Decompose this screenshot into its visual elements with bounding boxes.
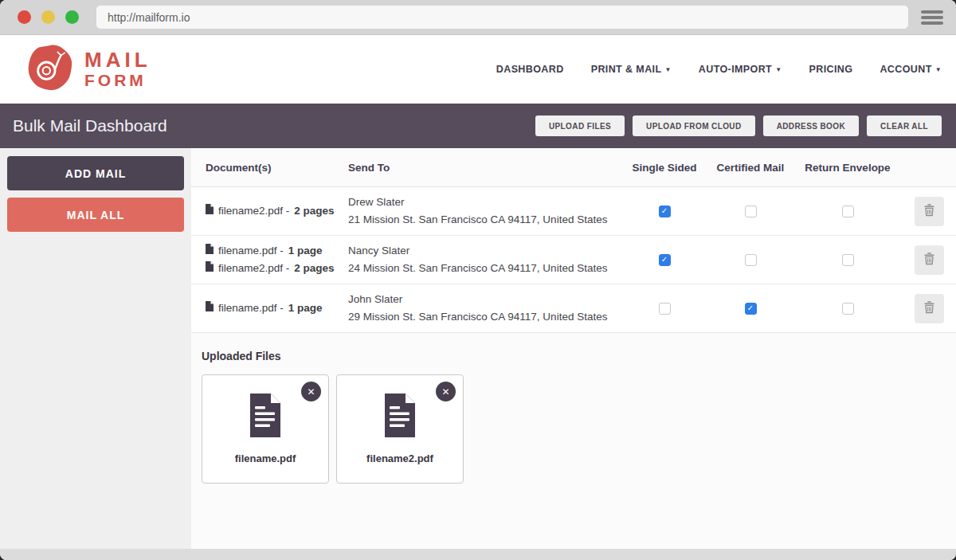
chevron-down-icon: ▼ <box>664 66 671 73</box>
upload-from-cloud-button[interactable]: UPLOAD FROM CLOUD <box>633 116 755 136</box>
logo-wordmark: MAIL FORM <box>84 49 151 88</box>
certified-mail-checkbox-cell <box>707 206 793 217</box>
column-return-envelope: Return Envelope <box>793 162 902 174</box>
column-single-sided: Single Sided <box>621 162 707 174</box>
file-icon <box>206 242 214 260</box>
certified-mail-checkbox[interactable]: ✓ <box>745 303 757 315</box>
close-window-button[interactable] <box>18 10 31 24</box>
uploaded-files-list: ✕filename.pdf✕filename2.pdf <box>202 374 956 484</box>
address-book-button[interactable]: ADDRESS BOOK <box>763 116 859 136</box>
document-entry: filename.pdf - 1 page <box>206 242 348 260</box>
single-sided-checkbox[interactable] <box>659 303 671 315</box>
file-icon <box>206 202 214 220</box>
column-certified-mail: Certified Mail <box>707 162 793 174</box>
table-body: filename2.pdf - 2 pagesDrew Slater21 Mis… <box>191 187 956 333</box>
uploaded-file-name: filename.pdf <box>235 452 296 464</box>
delete-row-button[interactable] <box>915 294 944 323</box>
document-entry: filename.pdf - 1 page <box>206 300 348 317</box>
file-icon <box>206 300 214 317</box>
send-to-cell: Nancy Slater24 Mission St. San Francisco… <box>348 242 621 276</box>
trash-icon <box>923 252 935 268</box>
return-envelope-checkbox-cell <box>793 206 902 217</box>
nav-item-auto-import[interactable]: AUTO-IMPORT▼ <box>699 64 782 75</box>
uploaded-files-title: Uploaded Files <box>202 350 956 362</box>
table-row: filename.pdf - 1 pagefilename2.pdf - 2 p… <box>191 236 956 284</box>
maximize-window-button[interactable] <box>65 10 79 24</box>
document-entry: filename2.pdf - 2 pages <box>206 202 348 220</box>
certified-mail-checkbox-cell <box>707 254 793 266</box>
content: Document(s) Send To Single Sided Certifi… <box>191 148 956 549</box>
address-bar[interactable]: http://mailform.io <box>96 6 908 29</box>
nav-item-account[interactable]: ACCOUNT▼ <box>880 64 942 75</box>
single-sided-checkbox-cell <box>621 303 707 315</box>
document-page-count: 1 page <box>288 300 323 317</box>
documents-cell: filename.pdf - 1 page <box>191 300 348 317</box>
window-controls <box>18 10 79 24</box>
document-page-count: 2 pages <box>294 202 334 220</box>
document-name: filename2.pdf - <box>218 260 289 277</box>
document-entry: filename2.pdf - 2 pages <box>206 260 348 277</box>
file-icon <box>206 260 214 277</box>
nav-item-print-mail[interactable]: PRINT & MAIL▼ <box>591 64 672 75</box>
certified-mail-checkbox-cell: ✓ <box>707 303 793 315</box>
uploaded-file-card: ✕filename.pdf <box>202 374 329 484</box>
single-sided-checkbox[interactable]: ✓ <box>659 254 671 266</box>
remove-file-button[interactable]: ✕ <box>436 382 456 401</box>
snail-logo-icon <box>28 44 72 95</box>
nav-item-pricing[interactable]: PRICING <box>809 64 852 75</box>
recipient-name: Drew Slater <box>348 194 621 211</box>
return-envelope-checkbox-cell <box>793 303 902 315</box>
trash-icon <box>923 203 935 219</box>
upload-files-button[interactable]: UPLOAD FILES <box>535 116 625 136</box>
document-name: filename.pdf - <box>218 300 284 317</box>
column-documents: Document(s) <box>191 162 348 174</box>
add-mail-button[interactable]: ADD MAIL <box>7 156 184 190</box>
nav-item-dashboard[interactable]: DASHBOARD <box>496 64 564 75</box>
single-sided-checkbox[interactable]: ✓ <box>659 206 671 217</box>
column-send-to: Send To <box>348 162 621 174</box>
send-to-cell: John Slater29 Mission St. San Francisco … <box>348 291 621 325</box>
return-envelope-checkbox[interactable] <box>842 206 854 217</box>
send-to-cell: Drew Slater21 Mission St. San Francisco … <box>348 194 621 228</box>
document-page-count: 2 pages <box>294 260 334 277</box>
window-footer <box>0 549 956 560</box>
trash-cell <box>902 294 956 323</box>
browser-chrome: http://mailform.io <box>0 0 956 35</box>
certified-mail-checkbox[interactable] <box>745 254 757 266</box>
minimize-window-button[interactable] <box>41 10 55 24</box>
recipient-address: 21 Mission St. San Francisco CA 94117, U… <box>348 211 621 229</box>
single-sided-checkbox-cell: ✓ <box>621 254 707 266</box>
mailform-logo[interactable]: MAIL FORM <box>28 44 151 95</box>
recipient-name: John Slater <box>348 291 621 308</box>
trash-icon <box>923 300 935 316</box>
main-layout: ADD MAIL MAIL ALL Document(s) Send To Si… <box>0 148 956 549</box>
delete-row-button[interactable] <box>915 197 944 226</box>
chevron-down-icon: ▼ <box>775 66 782 73</box>
recipient-name: Nancy Slater <box>348 242 621 260</box>
clear-all-button[interactable]: CLEAR ALL <box>867 116 942 136</box>
documents-cell: filename2.pdf - 2 pages <box>191 202 348 220</box>
site-header: MAIL FORM DASHBOARDPRINT & MAIL▼AUTO-IMP… <box>0 35 956 104</box>
return-envelope-checkbox[interactable] <box>842 254 854 266</box>
single-sided-checkbox-cell: ✓ <box>621 206 707 217</box>
return-envelope-checkbox[interactable] <box>842 303 854 315</box>
recipient-address: 24 Mission St. San Francisco CA 94117, U… <box>348 260 621 277</box>
recipient-address: 29 Mission St. San Francisco CA 94117, U… <box>348 308 621 326</box>
browser-menu-icon[interactable] <box>921 10 943 25</box>
table-row: filename2.pdf - 2 pagesDrew Slater21 Mis… <box>191 187 956 236</box>
certified-mail-checkbox[interactable] <box>745 206 757 217</box>
document-name: filename2.pdf - <box>218 202 289 220</box>
browser-window: http://mailform.io MAIL FORM DASHBOAR <box>0 0 956 560</box>
page-bar: Bulk Mail Dashboard UPLOAD FILESUPLOAD F… <box>0 104 956 148</box>
documents-cell: filename.pdf - 1 pagefilename2.pdf - 2 p… <box>191 242 348 276</box>
return-envelope-checkbox-cell <box>793 254 902 266</box>
mail-all-button[interactable]: MAIL ALL <box>7 198 184 232</box>
page-title: Bulk Mail Dashboard <box>13 116 167 135</box>
delete-row-button[interactable] <box>915 245 944 275</box>
trash-cell <box>902 245 956 275</box>
sidebar: ADD MAIL MAIL ALL <box>0 148 191 549</box>
chevron-down-icon: ▼ <box>935 66 942 73</box>
page-actions: UPLOAD FILESUPLOAD FROM CLOUDADDRESS BOO… <box>535 116 942 136</box>
main-nav: DASHBOARDPRINT & MAIL▼AUTO-IMPORT▼PRICIN… <box>496 64 942 75</box>
remove-file-button[interactable]: ✕ <box>301 382 321 401</box>
